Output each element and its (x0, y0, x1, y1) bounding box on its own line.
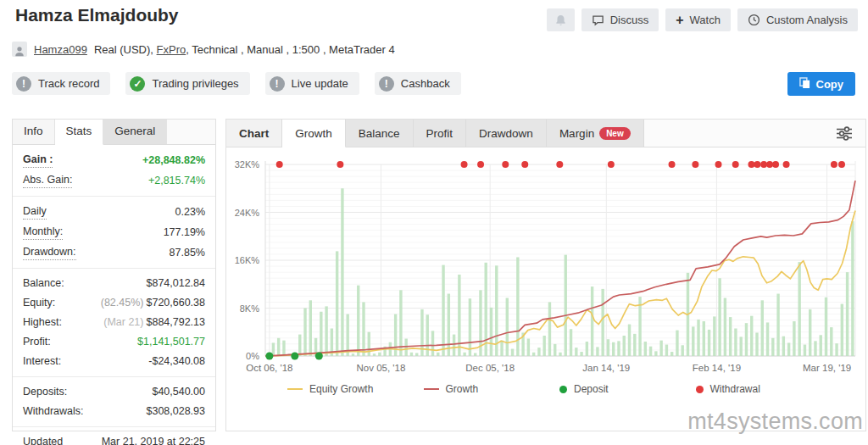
chart-settings-icon[interactable] (835, 125, 854, 145)
stat-row-withdrawals: Withdrawals:$308,028.93 (13, 402, 215, 421)
tab-general[interactable]: General (103, 120, 167, 144)
stat-label: Daily (23, 204, 47, 220)
stat-value: 87.85% (170, 246, 205, 260)
chart-tab-growth[interactable]: Growth (282, 120, 346, 147)
verification-badges: !Track record✓Trading privileges!Live up… (12, 72, 461, 95)
stat-row-balance: Balance:$874,012.84 (13, 274, 215, 293)
stat-label: Withdrawals: (23, 404, 84, 419)
broker-link[interactable]: FxPro (157, 43, 186, 56)
stats-list: Gain :+28,848.82%Abs. Gain:+2,815.74%Dai… (13, 145, 215, 445)
exclamation-icon: ! (16, 76, 31, 92)
watch-button[interactable]: + Watch (665, 8, 731, 31)
copy-button[interactable]: Copy (787, 72, 856, 96)
account-page: Hamza Elmajdouby Discuss + Watch Custom … (0, 0, 868, 445)
badge-trading-privileges[interactable]: ✓Trading privileges (125, 72, 249, 95)
divider (13, 426, 215, 427)
stat-row-drawdown: Drawdown:87.85% (13, 242, 215, 263)
legend-deposit[interactable]: Deposit (559, 383, 696, 395)
legend-growth[interactable]: Growth (424, 383, 560, 395)
stat-value: +2,815.74% (148, 174, 205, 188)
badge-live-update[interactable]: !Live update (265, 72, 359, 95)
legend-swatch (287, 388, 303, 390)
stat-row-monthly: Monthly:177.19% (13, 222, 215, 242)
exclamation-icon: ! (379, 76, 394, 92)
chart-tab-label: Drawdown (479, 127, 533, 140)
stat-row-deposits: Deposits:$40,540.00 (13, 382, 215, 402)
stat-value: 0.23% (175, 205, 205, 220)
legend-withdrawal[interactable]: Withdrawal (696, 383, 832, 395)
legend-swatch (696, 386, 704, 393)
svg-text:24K%: 24K% (235, 208, 260, 218)
tab-stats[interactable]: Stats (55, 120, 104, 145)
stat-label: Monthly: (23, 225, 63, 240)
chart-tab-label: Margin (559, 127, 594, 140)
stat-row-absgain: Abs. Gain:+2,815.74% (13, 170, 215, 191)
stat-label: Highest: (23, 315, 62, 330)
chart-tab-label: Chart (239, 127, 269, 140)
check-icon: ✓ (130, 76, 145, 92)
stat-value-prefix: (82.45%) (101, 297, 144, 309)
growth-chart[interactable]: Oct 06, '18Nov 05, '18Dec 05, '18Jan 14,… (226, 151, 865, 381)
stat-value: $40,540.00 (152, 385, 205, 399)
stat-value: $308,028.93 (146, 404, 205, 419)
badge-label: Live update (292, 77, 348, 90)
chart-tab-label: Growth (295, 127, 332, 140)
notifications-button[interactable] (547, 8, 575, 31)
badge-track-record[interactable]: !Track record (12, 72, 110, 95)
stat-label: Equity: (23, 296, 55, 310)
svg-text:Dec 05, '18: Dec 05, '18 (465, 363, 515, 373)
account-username-link[interactable]: Hamza099 (34, 43, 87, 56)
copy-icon (799, 77, 810, 92)
custom-analysis-button[interactable]: Custom Analysis (737, 8, 858, 31)
legend-label: Equity Growth (309, 383, 373, 395)
discuss-button[interactable]: Discuss (581, 8, 659, 31)
legend-label: Deposit (574, 383, 609, 395)
chart-tab-label: Profit (426, 127, 453, 140)
legend-label: Withdrawal (710, 383, 760, 395)
clock-icon (748, 14, 760, 26)
chart-legend: Equity GrowthGrowthDepositWithdrawal (226, 381, 865, 395)
new-badge: New (599, 127, 631, 140)
stat-label: Gain : (23, 153, 53, 168)
bell-icon (554, 14, 567, 27)
stat-row-daily: Daily0.23% (13, 202, 215, 222)
badge-label: Trading privileges (152, 77, 238, 90)
stat-label: Interest: (23, 354, 61, 369)
chart-tab-balance[interactable]: Balance (346, 120, 414, 147)
divider (13, 268, 215, 269)
account-details: Real (USD), FxPro, Technical , Manual , … (94, 43, 395, 56)
page-title: Hamza Elmajdouby (15, 5, 179, 25)
svg-text:16K%: 16K% (235, 255, 260, 265)
avatar (12, 42, 27, 57)
account-info-row: Hamza099 Real (USD), FxPro, Technical , … (12, 42, 395, 57)
exclamation-icon: ! (270, 76, 285, 92)
stat-value: (Mar 21)$884,792.13 (103, 315, 205, 330)
legend-equity-growth[interactable]: Equity Growth (287, 383, 424, 395)
chart-tab-drawdown[interactable]: Drawdown (466, 120, 547, 147)
chart-tab-margin[interactable]: MarginNew (547, 120, 644, 147)
stat-row-updated: UpdatedMar 21, 2019 at 22:25 (13, 432, 215, 445)
legend-swatch (424, 388, 439, 390)
stats-panel-tabs: InfoStatsGeneral (13, 120, 215, 145)
stat-label: Drawdown: (23, 245, 76, 260)
stat-row-profit: Profit:$1,141,501.77 (13, 332, 215, 352)
legend-label: Growth (446, 383, 479, 395)
svg-text:32K%: 32K% (235, 159, 260, 170)
badge-cashback[interactable]: !Cashback (375, 72, 461, 95)
chart-tab-label: Balance (359, 127, 400, 140)
chart-tab-chart: Chart (226, 120, 282, 147)
svg-text:Jan 14, '19: Jan 14, '19 (582, 363, 630, 373)
badge-label: Cashback (401, 77, 450, 90)
stat-row-highest: Highest:(Mar 21)$884,792.13 (13, 313, 215, 332)
stat-value: 177.19% (164, 225, 205, 240)
stat-label: Profit: (23, 335, 51, 349)
svg-text:8K%: 8K% (240, 303, 259, 314)
chart-tab-profit[interactable]: Profit (414, 120, 467, 147)
stat-value: -$24,340.08 (148, 354, 205, 369)
stat-row-equity: Equity:(82.45%)$720,660.38 (13, 293, 215, 313)
stat-label: Abs. Gain: (23, 173, 72, 188)
top-actions: Discuss + Watch Custom Analysis (547, 8, 858, 31)
divider (13, 196, 215, 197)
svg-text:Mar 19, '19: Mar 19, '19 (803, 363, 851, 373)
tab-info[interactable]: Info (13, 120, 55, 144)
